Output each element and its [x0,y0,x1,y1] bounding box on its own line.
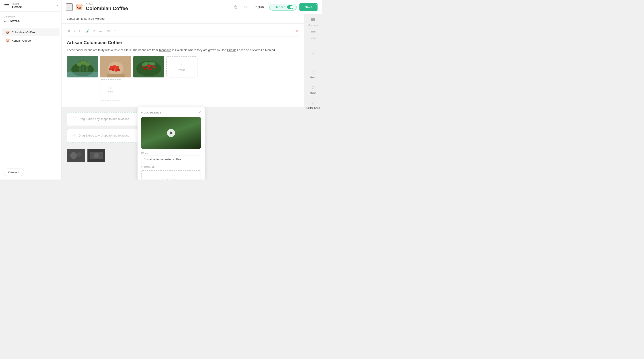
svg-point-15 [114,69,118,72]
sidebar-header-left: Tenant Coffee [4,3,22,9]
svg-point-14 [111,68,114,71]
tenant-label: Tenant [12,3,22,5]
page-title-group: Coffee Colombian Coffee [86,3,128,12]
svg-point-26 [144,68,146,70]
thumbnail-drop-zone[interactable]: Drag & Drop a cover image [141,170,201,180]
image-thumbnail-3[interactable] [133,56,164,78]
settings-button[interactable]: ⚙ [242,3,248,11]
editor-card: 𝐁 𝐼 U̲ 🔗 ≡ ≔ </> ❝ ✕ Artisan Colombian C… [62,24,304,107]
svg-rect-42 [311,31,316,32]
underline-button[interactable]: U̲ [78,29,82,34]
bean-relation-item: ♡ Bean [310,86,316,94]
svg-point-17 [117,69,120,71]
code-button[interactable]: </> [105,29,112,34]
svg-point-25 [153,66,156,69]
coffee-shop-label: Coffee Shop [306,107,320,109]
unordered-list-button[interactable]: ≡ [92,29,96,34]
topbar: ← 🐷 Coffee Colombian Coffee 🗑 ⚙ English … [62,0,322,14]
bold-button[interactable]: 𝐁 [67,29,71,34]
sidebar-item-kenyan-coffee[interactable]: 🐷 Kenyan Coffee [2,37,60,45]
hamburger-menu[interactable] [4,3,10,8]
svg-point-35 [77,152,82,157]
published-switch[interactable] [287,5,294,9]
editor-toolbar: 𝐁 𝐼 U̲ 🔗 ≡ ≔ </> ❝ ✕ [67,29,299,37]
svg-rect-31 [168,179,175,180]
video-modal-header: VIDEO DETAILS ✕ [141,110,201,115]
name-field-label: NAME [141,152,201,154]
svg-rect-41 [311,20,315,21]
quote-button[interactable]: ❝ [114,29,118,34]
save-button[interactable]: Save [300,3,318,11]
relation-heart-icon-1: ♡ [73,117,76,122]
relation-drop-text-1: Drag & drop any shape to add relations [78,117,129,121]
delete-button[interactable]: 🗑 [232,3,239,11]
thumbnail-drop-icon [167,177,175,180]
coffee-shop-thumb-2 [88,149,105,162]
video-name-input[interactable] [141,156,201,163]
history-icon [311,31,316,36]
ordered-list-button[interactable]: ≔ [98,29,103,34]
svg-rect-39 [311,18,315,19]
add-video-button[interactable]: + video [100,79,121,101]
farm-label: Farm [310,76,316,79]
section-title: Coffee [8,19,20,23]
image-grid: + image [67,56,299,78]
svg-rect-44 [311,33,316,33]
link-button[interactable]: 🔗 [84,29,90,34]
summary-panel-item[interactable]: Summary [308,18,318,27]
add-video-label: video [108,90,113,93]
image-thumbnail-1[interactable] [67,56,98,78]
thumbnail-field-label: THUMBNAIL [141,166,201,169]
relation-labels: ♡ Farm ♡ Bean ♡ Coffee Shop [306,70,320,109]
sidebar-item-colombian-coffee[interactable]: 🐷 Colombian Coffee [2,29,60,36]
add-image-label: image [178,69,185,71]
toolbar-close-button[interactable]: ✕ [296,29,299,33]
play-triangle-icon [170,131,173,135]
tenant-info: Tenant Coffee [12,3,22,9]
nav-items: 🐷 Colombian Coffee 🐷 Kenyan Coffee [0,26,61,165]
image-thumbnail-2[interactable] [100,56,131,78]
history-label: History [310,37,317,39]
tenant-name: Coffee [12,5,22,9]
add-panel-item[interactable]: + [312,51,314,57]
bean-label: Bean [310,91,316,94]
topbar-back-button[interactable]: ← [66,3,73,11]
colombian-coffee-icon: 🐷 [5,30,10,35]
article-body: These coffee beans are fruity with a tas… [67,48,299,53]
svg-point-16 [109,68,111,71]
page-category: Coffee [86,3,128,6]
video-preview [141,117,201,149]
right-panel: Summary History + [304,14,322,180]
page-title: Colombian Coffee [86,6,128,12]
video-modal-close-button[interactable]: ✕ [198,110,201,115]
create-button[interactable]: Create + [4,169,24,176]
svg-rect-45 [311,34,316,34]
editor-area: Lopez on his farm La Merced. 𝐁 𝐼 U̲ 🔗 ≡ … [62,14,304,180]
svg-rect-18 [107,74,124,78]
language-selector[interactable]: English [251,4,266,10]
back-arrow-icon[interactable]: ← [4,19,7,23]
svg-point-28 [150,68,152,70]
history-panel-item[interactable]: History [310,31,317,39]
published-toggle[interactable]: Published [269,4,297,11]
coffee-shop-heart-icon: ♡ [312,101,315,106]
breadcrumb-separator: / [16,15,16,18]
italic-button[interactable]: 𝐼 [73,29,76,34]
add-image-plus-icon: + [180,63,183,68]
bean-heart-icon: ♡ [311,86,315,90]
svg-rect-8 [67,72,98,78]
colombian-coffee-label: Colombian Coffee [12,31,35,34]
relation-drop-text-2: Drag & drop any shape to add relations [78,134,129,137]
chevron-down-icon[interactable]: ▾ [56,5,58,7]
play-button[interactable] [167,129,175,137]
sidebar-header: Tenant Coffee ▾ [0,0,61,12]
topbar-left: ← 🐷 Coffee Colombian Coffee [66,3,229,12]
add-image-button[interactable]: + image [166,56,198,78]
article-title: Artisan Colombian Coffee [67,40,299,45]
kenyan-coffee-icon: 🐷 [5,39,10,43]
svg-point-34 [70,152,77,159]
summary-icon [310,18,316,23]
kenyan-coffee-label: Kenyan Coffee [12,39,31,42]
breadcrumb[interactable]: Catalogue [4,15,15,18]
farm-relation-item: ♡ Farm [310,70,316,79]
